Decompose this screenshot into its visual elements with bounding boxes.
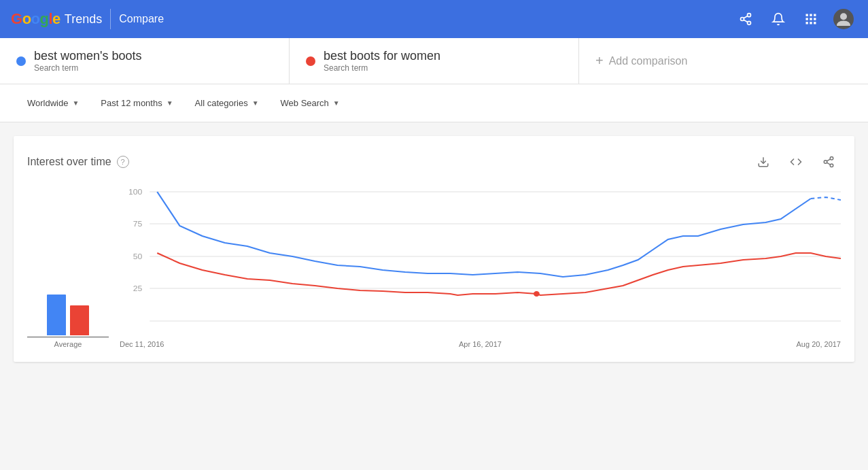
interest-over-time-section: Interest over time ? — [14, 136, 854, 362]
main-content: Interest over time ? — [0, 122, 868, 375]
term-1-type: Search term — [34, 63, 142, 73]
filters-bar: Worldwide ▼ Past 12 months ▼ All categor… — [0, 84, 868, 122]
line-chart-area: 100 75 50 25 Dec 11 — [120, 185, 841, 348]
svg-text:100: 100 — [128, 188, 142, 196]
chart-header: Interest over time ? — [27, 150, 841, 174]
share-icon — [739, 12, 752, 26]
header-icons — [732, 5, 857, 33]
svg-rect-9 — [810, 18, 812, 20]
notification-button[interactable] — [765, 5, 792, 33]
chevron-down-icon: ▼ — [167, 99, 173, 107]
svg-point-1 — [741, 18, 744, 21]
notification-icon — [771, 12, 785, 26]
term-1-dot — [16, 56, 26, 66]
svg-line-20 — [827, 163, 830, 165]
svg-rect-11 — [806, 22, 808, 24]
term-2-name: best boots for women — [324, 49, 440, 63]
x-axis-labels: Dec 11, 2016 Apr 16, 2017 Aug 20, 2017 — [120, 337, 841, 348]
red-line — [157, 253, 841, 295]
help-icon[interactable]: ? — [117, 156, 129, 168]
chart-title: Interest over time — [27, 156, 111, 168]
filter-categories-label: All categories — [195, 98, 248, 108]
embed-icon — [790, 156, 802, 168]
apps-button[interactable] — [797, 5, 824, 33]
svg-rect-12 — [810, 22, 812, 24]
google-wordmark: Google — [11, 10, 60, 28]
term-2-dot — [306, 56, 315, 66]
x-label-1: Dec 11, 2016 — [120, 340, 164, 348]
embed-button[interactable] — [784, 150, 808, 174]
filter-time-label: Past 12 months — [101, 98, 162, 108]
share-chart-button[interactable] — [816, 150, 841, 174]
svg-point-18 — [824, 161, 827, 164]
average-label: Average — [54, 340, 82, 348]
add-comparison-plus-icon: + — [595, 53, 604, 69]
svg-point-0 — [748, 14, 751, 17]
x-label-3: Aug 20, 2017 — [797, 340, 841, 348]
logo: Google Trends — [11, 10, 102, 28]
account-icon — [833, 9, 854, 29]
svg-rect-5 — [806, 14, 808, 16]
svg-text:25: 25 — [133, 285, 143, 292]
filter-search-type-label: Web Search — [281, 98, 329, 108]
app-header: Google Trends Compare — [0, 0, 868, 38]
svg-point-2 — [748, 21, 751, 24]
svg-point-17 — [830, 157, 833, 161]
download-button[interactable] — [751, 150, 776, 174]
filter-search-type[interactable]: Web Search ▼ — [270, 93, 351, 114]
filter-time-period[interactable]: Past 12 months ▼ — [90, 93, 184, 114]
add-comparison-label: Add comparison — [609, 55, 688, 67]
chevron-down-icon: ▼ — [333, 99, 340, 107]
data-point-red — [534, 291, 540, 297]
header-divider — [110, 9, 111, 29]
search-term-1: best women's boots Search term — [0, 38, 290, 84]
search-term-2: best boots for women Search term — [290, 38, 579, 84]
line-chart: 100 75 50 25 — [120, 185, 841, 335]
chevron-down-icon: ▼ — [252, 99, 259, 107]
svg-rect-13 — [814, 22, 816, 24]
filter-worldwide-label: Worldwide — [27, 98, 68, 108]
compare-label: Compare — [119, 13, 164, 25]
bar-red — [70, 305, 89, 335]
average-bar-chart — [47, 281, 89, 335]
term-1-name: best women's boots — [34, 49, 142, 63]
chart-average: Average — [27, 281, 109, 348]
svg-line-21 — [827, 159, 830, 161]
filter-worldwide[interactable]: Worldwide ▼ — [16, 93, 90, 114]
svg-text:50: 50 — [133, 253, 143, 261]
svg-rect-6 — [810, 14, 812, 16]
share-chart-icon — [822, 156, 835, 168]
trends-wordmark: Trends — [65, 12, 102, 27]
apps-icon — [804, 12, 818, 26]
bar-blue — [47, 295, 66, 335]
share-button[interactable] — [732, 5, 759, 33]
svg-line-4 — [744, 16, 748, 18]
svg-text:75: 75 — [133, 220, 143, 228]
x-label-2: Apr 16, 2017 — [459, 340, 502, 348]
term-2-info: best boots for women Search term — [324, 49, 440, 73]
add-comparison-button[interactable]: + Add comparison — [579, 38, 868, 84]
chevron-down-icon: ▼ — [72, 99, 79, 107]
header-left: Google Trends Compare — [11, 9, 164, 29]
svg-point-19 — [830, 164, 833, 167]
svg-line-3 — [744, 20, 748, 22]
svg-rect-7 — [814, 14, 816, 16]
chart-actions — [751, 150, 841, 174]
term-2-type: Search term — [324, 63, 440, 73]
blue-line-dotted — [811, 197, 841, 200]
term-1-info: best women's boots Search term — [34, 49, 142, 73]
search-terms-bar: best women's boots Search term best boot… — [0, 38, 868, 84]
svg-point-15 — [840, 13, 847, 20]
chart-title-area: Interest over time ? — [27, 156, 129, 168]
filter-categories[interactable]: All categories ▼ — [184, 93, 270, 114]
download-icon — [757, 156, 769, 168]
account-button[interactable] — [830, 5, 857, 33]
svg-rect-8 — [806, 18, 808, 20]
chart-container: Average 100 75 50 25 — [27, 185, 841, 348]
svg-rect-10 — [814, 18, 816, 20]
